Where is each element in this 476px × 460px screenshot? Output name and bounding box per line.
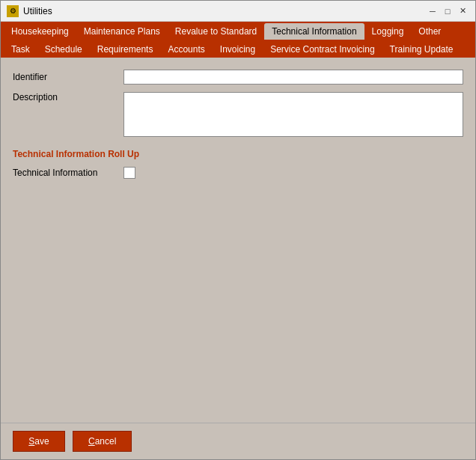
tab-logging[interactable]: Logging	[364, 23, 412, 40]
nav-row-2: Task Schedule Requirements Accounts Invo…	[1, 40, 475, 58]
navigation: Housekeeping Maintenance Plans Revalue t…	[1, 22, 475, 58]
tab-accounts[interactable]: Accounts	[160, 41, 212, 58]
save-button[interactable]: SSaveave	[13, 431, 65, 452]
description-row: Description	[13, 92, 463, 137]
cancel-button[interactable]: CCancelancel	[73, 431, 132, 452]
window-title: Utilities	[23, 6, 52, 16]
nav-row-1: Housekeeping Maintenance Plans Revalue t…	[1, 22, 475, 40]
maximize-button[interactable]: □	[441, 4, 454, 18]
tab-maintenance-plans[interactable]: Maintenance Plans	[76, 23, 168, 40]
title-bar-left: ⚙ Utilities	[7, 5, 52, 17]
tab-revalue-to-standard[interactable]: Revalue to Standard	[168, 23, 264, 40]
tab-service-contract-invoicing[interactable]: Service Contract Invoicing	[263, 41, 382, 58]
title-bar: ⚙ Utilities ─ □ ✕	[1, 1, 475, 22]
content-area: Identifier Description Technical Informa…	[1, 58, 475, 423]
description-textarea[interactable]	[123, 92, 463, 137]
title-bar-controls: ─ □ ✕	[426, 4, 469, 18]
tab-other[interactable]: Other	[411, 23, 448, 40]
tab-schedule[interactable]: Schedule	[37, 41, 90, 58]
tech-info-checkbox[interactable]	[123, 167, 135, 179]
identifier-label: Identifier	[13, 72, 118, 82]
tab-technical-information[interactable]: Technical Information	[264, 23, 364, 40]
minimize-button[interactable]: ─	[426, 4, 439, 18]
close-button[interactable]: ✕	[456, 4, 469, 18]
tech-info-label: Technical Information	[13, 168, 118, 178]
identifier-row: Identifier	[13, 70, 463, 85]
tab-housekeeping[interactable]: Housekeeping	[4, 23, 76, 40]
identifier-input[interactable]	[123, 70, 463, 85]
tab-invoicing[interactable]: Invoicing	[213, 41, 263, 58]
tab-training-update[interactable]: Training Update	[382, 41, 461, 58]
description-label: Description	[13, 92, 118, 102]
tab-task[interactable]: Task	[4, 41, 37, 58]
main-window: ⚙ Utilities ─ □ ✕ Housekeeping Maintenan…	[0, 0, 476, 460]
tech-info-row: Technical Information	[13, 167, 463, 179]
footer: SSaveave CCancelancel	[1, 423, 475, 459]
tab-requirements[interactable]: Requirements	[90, 41, 161, 58]
section-title: Technical Information Roll Up	[13, 149, 463, 159]
app-icon: ⚙	[7, 5, 19, 17]
